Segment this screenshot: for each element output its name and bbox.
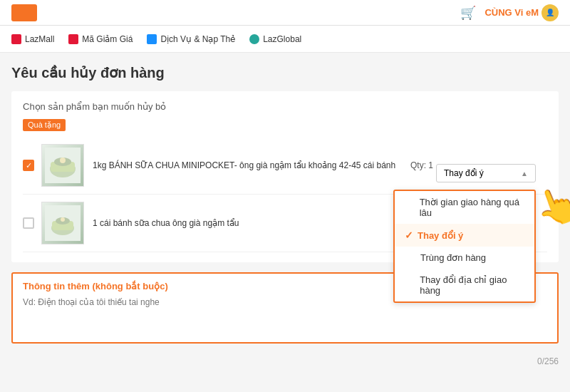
option-label-3: Trùng đơn hàng xyxy=(420,252,486,263)
cung-vi-em-text: CÙNG Vi eM xyxy=(484,7,539,18)
magiamgia-icon xyxy=(68,34,78,44)
avatar: 👤 xyxy=(542,4,559,21)
svg-point-9 xyxy=(61,217,65,222)
header: 🛒 CÙNG Vi eM 👤 xyxy=(0,0,570,26)
dropdown-option-1[interactable]: Thời gian giao hàng quá lâu xyxy=(395,191,534,224)
header-right: 🛒 CÙNG Vi eM 👤 xyxy=(460,4,559,21)
dropdown-option-2[interactable]: ✓ Thay đổi ý xyxy=(395,224,534,247)
nav-item-lazmall[interactable]: LazMall xyxy=(11,34,54,44)
gift-badge: Quà tặng xyxy=(23,119,66,131)
reason-dropdown[interactable]: Thay đổi ý ▲ Thời gian giao hàng quá lâu… xyxy=(436,164,536,182)
dropdown-option-3[interactable]: Trùng đơn hàng xyxy=(395,247,534,269)
lazmall-label: LazMall xyxy=(25,34,54,44)
page-title: Yêu cầu hủy đơn hàng xyxy=(11,64,559,81)
dichvu-icon xyxy=(147,34,157,44)
product-section: Chọn sản phẩm bạn muốn hủy bỏ Quà tặng ✓ xyxy=(11,91,559,262)
counter-area: 0/256 xyxy=(11,354,559,369)
product-info-1: 1kg BÁNH SỮA CHUA MINIPOCKET- ông già ng… xyxy=(93,160,396,172)
svg-point-4 xyxy=(60,158,66,163)
option-label-1: Thời gian giao hàng quá lâu xyxy=(420,197,524,218)
selected-check-icon: ✓ xyxy=(405,229,413,241)
product-image-2 xyxy=(41,202,84,244)
checkbox-2[interactable] xyxy=(23,217,34,229)
lazglobal-icon xyxy=(249,34,259,44)
lazglobal-label: LazGlobal xyxy=(263,34,301,44)
checkbox-1[interactable]: ✓ xyxy=(23,160,34,171)
nav-item-magiamgia[interactable]: Mã Giảm Giá xyxy=(68,34,133,44)
lazmall-icon xyxy=(11,34,21,44)
nav-item-lazglobal[interactable]: LazGlobal xyxy=(249,34,301,44)
chevron-up-icon: ▲ xyxy=(521,170,528,177)
main-content: Yêu cầu hủy đơn hàng Chọn sản phẩm bạn m… xyxy=(0,53,570,381)
dropdown-menu: Thời gian giao hàng quá lâu ✓ Thay đổi ý… xyxy=(393,190,536,303)
magiamgia-label: Mã Giảm Giá xyxy=(82,34,133,44)
product-qty-1: Qty: 1 xyxy=(410,160,433,170)
header-left xyxy=(11,4,37,21)
cart-icon[interactable]: 🛒 xyxy=(460,5,476,21)
option-label-2: Thay đổi ý xyxy=(418,230,463,241)
product-name-1: 1kg BÁNH SỮA CHUA MINIPOCKET- ông già ng… xyxy=(93,160,396,172)
checkmark-icon: ✓ xyxy=(26,161,32,170)
dropdown-option-4[interactable]: Thay đổi địa chỉ giao hàng xyxy=(395,269,534,301)
product-info-2: 1 cái bánh sữa chua ông già ngậm tẩu xyxy=(93,217,396,229)
choose-label: Chọn sản phẩm bạn muốn hủy bỏ xyxy=(23,101,547,112)
product-img-inner-2 xyxy=(42,202,83,244)
product-image-1 xyxy=(41,144,84,187)
dichvu-label: Dịch Vụ & Nạp Thẻ xyxy=(160,34,235,44)
product-img-inner-1 xyxy=(42,145,83,186)
search-bar[interactable] xyxy=(11,4,37,21)
option-label-4: Thay đổi địa chỉ giao hàng xyxy=(420,274,524,296)
product-name-2: 1 cái bánh sữa chua ông già ngậm tẩu xyxy=(93,217,396,229)
character-counter: 0/256 xyxy=(537,356,559,366)
nav-bar: LazMall Mã Giảm Giá Dịch Vụ & Nạp Thẻ La… xyxy=(0,26,570,53)
nav-item-dichvu[interactable]: Dịch Vụ & Nạp Thẻ xyxy=(147,34,235,44)
cung-vi-em-label: CÙNG Vi eM 👤 xyxy=(484,4,559,21)
dropdown-current-value: Thay đổi ý xyxy=(444,168,484,178)
row-container-1: ✓ 1kg BÁNH SỮA CHUA MINIPOCKET- xyxy=(23,137,547,252)
dropdown-trigger[interactable]: Thay đổi ý ▲ xyxy=(436,164,536,182)
